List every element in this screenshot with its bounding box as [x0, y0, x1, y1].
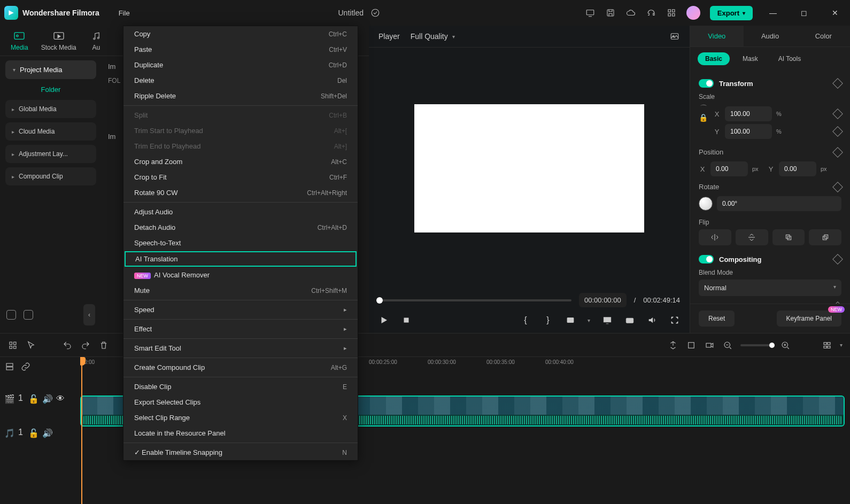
collapse-sidebar[interactable]: ‹ [83, 304, 95, 325]
tl-zoom-out-icon[interactable] [722, 340, 733, 351]
ctx-adjust-audio[interactable]: Adjust Audio [123, 204, 358, 220]
tree-cloud-media[interactable]: ▸Cloud Media [5, 122, 96, 141]
display-icon[interactable] [602, 315, 613, 325]
ctx-crop-to-fit[interactable]: Crop to FitCtrl+F [123, 169, 358, 185]
lock-icon[interactable]: 🔒 [699, 113, 708, 122]
play-button[interactable] [378, 315, 389, 325]
transform-toggle[interactable] [699, 79, 714, 88]
rotate-kf-icon[interactable] [832, 182, 843, 192]
ctx-smart-edit-tool[interactable]: Smart Edit Tool▸ [123, 340, 358, 356]
menu-file[interactable]: File [114, 7, 134, 19]
position-kf-icon[interactable] [832, 147, 843, 158]
volume-icon[interactable] [647, 315, 658, 325]
subtab-mask[interactable]: Mask [735, 52, 766, 65]
capture-icon[interactable] [624, 315, 635, 325]
flip-vertical-button[interactable] [736, 229, 768, 245]
tree-global-media[interactable]: ▸Global Media [5, 100, 96, 118]
headset-icon[interactable] [646, 7, 656, 18]
quality-select[interactable]: Full Quality▾ [411, 32, 455, 41]
ctx-speech-to-text[interactable]: Speech-to-Text [123, 235, 358, 251]
snapshot-icon[interactable] [669, 31, 680, 42]
tl-record-icon[interactable] [704, 340, 715, 351]
scale-x-input[interactable] [725, 106, 772, 121]
mark-in-icon[interactable]: { [520, 315, 531, 325]
ctx-detach-audio[interactable]: Detach AudioCtrl+Alt+D [123, 220, 358, 235]
context-menu[interactable]: CopyCtrl+CPasteCtrl+VDuplicateCtrl+DDele… [123, 26, 358, 461]
tl-undo-icon[interactable] [62, 340, 73, 351]
tl-layers-icon[interactable] [4, 361, 15, 372]
ctx-crop-and-zoom[interactable]: Crop and ZoomAlt+C [123, 154, 358, 169]
ctx-ai-translation[interactable]: AI Translation [125, 251, 357, 267]
tab-video[interactable]: Video [690, 26, 744, 46]
aspect-icon[interactable] [565, 315, 576, 325]
tl-select-icon[interactable] [26, 340, 36, 351]
track-mute-icon[interactable]: 🔊 [42, 394, 51, 402]
pos-x-input[interactable] [710, 161, 748, 176]
compositing-toggle[interactable] [699, 255, 714, 263]
reset-button[interactable]: Reset [699, 311, 735, 327]
scrub-slider[interactable] [378, 299, 571, 301]
ctx-effect[interactable]: Effect▸ [123, 321, 358, 337]
ctx-delete[interactable]: DeleteDel [123, 73, 358, 88]
ctx-enable-timeline-snapping[interactable]: ✓Enable Timeline SnappingN [123, 445, 358, 460]
atrack-lock-icon[interactable]: 🔓 [28, 428, 37, 437]
project-title[interactable]: Untitled [338, 9, 363, 17]
folder-label[interactable]: Folder [5, 86, 96, 94]
tl-link-icon[interactable] [20, 361, 31, 372]
ctx-select-clip-range[interactable]: Select Clip RangeX [123, 410, 358, 425]
scale-y-input[interactable] [725, 124, 772, 139]
device-icon[interactable] [585, 7, 596, 18]
pos-y-input[interactable] [779, 161, 816, 176]
track-lock-icon[interactable]: 🔓 [28, 394, 37, 402]
tab-stock-media[interactable]: Stock Media [41, 31, 76, 51]
rotate-knob[interactable] [699, 197, 713, 211]
timecode-current[interactable]: 00:00:00:00 [579, 293, 627, 307]
ctx-copy[interactable]: CopyCtrl+C [123, 26, 358, 42]
save-icon[interactable] [605, 7, 616, 18]
stop-button[interactable] [401, 315, 412, 325]
rotate-input[interactable] [717, 196, 841, 211]
aspect-chevron-icon[interactable]: ▾ [588, 317, 590, 323]
transform-keyframe-icon[interactable] [832, 78, 843, 89]
project-media-select[interactable]: ▾Project Media [5, 60, 96, 79]
zoom-slider[interactable] [740, 344, 772, 346]
fullscreen-icon[interactable] [669, 315, 680, 325]
new-bin-icon[interactable] [24, 310, 33, 320]
tl-crop-icon[interactable] [686, 340, 697, 351]
video-track-header[interactable]: 🎬1 🔓 🔊 👁 [4, 393, 76, 403]
tl-grid-icon[interactable] [7, 340, 18, 351]
keyframe-panel-button[interactable]: Keyframe PanelNEW [777, 311, 841, 327]
tl-marker-icon[interactable] [668, 340, 678, 351]
audio-track-header[interactable]: 🎵1 🔓 🔊 [4, 428, 76, 437]
track-eye-icon[interactable]: 👁 [56, 394, 65, 402]
scale-x-kf-icon[interactable] [832, 108, 843, 119]
tab-color[interactable]: Color [797, 26, 850, 46]
ctx-mute[interactable]: MuteCtrl+Shift+M [123, 283, 358, 298]
atrack-mute-icon[interactable]: 🔊 [42, 428, 51, 437]
tl-view-chevron-icon[interactable]: ▾ [840, 342, 843, 348]
flip-horizontal-button[interactable] [699, 229, 731, 245]
window-minimize[interactable]: — [762, 4, 784, 21]
subtab-ai-tools[interactable]: AI Tools [771, 52, 808, 65]
new-folder-icon[interactable] [6, 310, 16, 320]
scale-y-kf-icon[interactable] [832, 126, 843, 137]
tab-audio[interactable]: Au [89, 31, 103, 51]
compositing-kf-icon[interactable] [832, 254, 843, 265]
ctx-paste[interactable]: PasteCtrl+V [123, 42, 358, 57]
ctx-ai-vocal-remover[interactable]: NEWAI Vocal Remover [123, 267, 358, 283]
ctx-speed[interactable]: Speed▸ [123, 302, 358, 317]
tree-compound-clip[interactable]: ▸Compound Clip [5, 167, 96, 185]
flip-copy1-button[interactable] [772, 229, 805, 245]
window-maximize[interactable]: ◻ [793, 4, 815, 21]
window-close[interactable]: ✕ [824, 4, 846, 21]
tab-media[interactable]: Media [11, 31, 28, 51]
avatar[interactable] [686, 6, 700, 20]
flip-copy2-button[interactable] [809, 229, 841, 245]
ctx-disable-clip[interactable]: Disable ClipE [123, 379, 358, 394]
tree-adjustment-layer[interactable]: ▸Adjustment Lay... [5, 145, 96, 163]
tl-view-icon[interactable] [822, 340, 832, 351]
export-button[interactable]: Export▾ [710, 6, 753, 20]
subtab-basic[interactable]: Basic [698, 52, 730, 65]
playhead[interactable] [81, 357, 82, 504]
ctx-rotate-90-cw[interactable]: Rotate 90 CWCtrl+Alt+Right [123, 185, 358, 200]
